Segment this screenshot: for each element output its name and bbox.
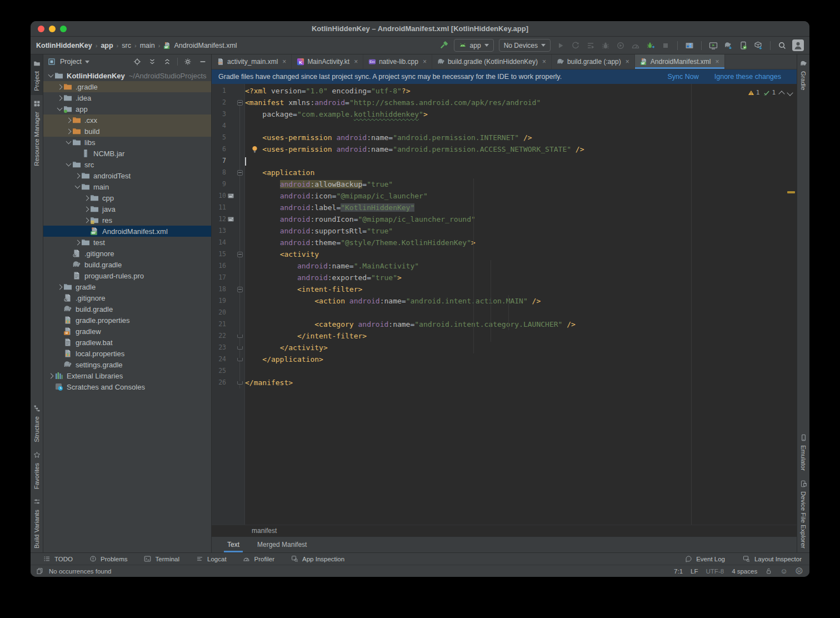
line-number[interactable]: 8 (212, 167, 226, 178)
editor-breadcrumb-item[interactable]: manifest (252, 527, 277, 535)
tool-window-button-event-log[interactable]: Event Log (683, 554, 725, 564)
tree-expand-arrow[interactable] (82, 196, 90, 200)
tree-item[interactable]: .gradle (43, 81, 211, 92)
fold-marker[interactable] (235, 346, 245, 350)
run-configuration-chooser[interactable]: app (454, 39, 494, 52)
tree-expand-arrow[interactable] (56, 285, 63, 289)
tree-expand-arrow[interactable] (47, 374, 54, 378)
tree-expand-arrow[interactable] (56, 85, 63, 89)
editor-tab[interactable]: </>activity_main.xml× (212, 54, 292, 69)
settings-icon[interactable] (183, 57, 193, 67)
line-number[interactable]: 23 (212, 342, 226, 353)
tree-item[interactable]: .gitignore (43, 292, 211, 303)
tree-item[interactable]: .idea (43, 92, 211, 103)
tool-window-button-problems[interactable]: Problems (88, 554, 128, 564)
tree-item[interactable]: java (43, 203, 211, 215)
gutter-image-icon[interactable] (226, 216, 235, 223)
tool-window-button-terminal[interactable]: Terminal (143, 554, 179, 564)
tree-item[interactable]: libs (43, 137, 211, 148)
breadcrumb-item[interactable]: main (140, 42, 155, 49)
next-highlight-icon[interactable] (787, 89, 793, 96)
fold-marker[interactable] (235, 287, 245, 292)
tool-strip-item-favorites[interactable]: Favorites (31, 446, 43, 493)
tree-item[interactable]: proguard-rules.pro (43, 270, 211, 281)
tree-item[interactable]: build.gradle (43, 303, 211, 315)
profile-app-icon[interactable] (616, 41, 626, 51)
tree-expand-arrow[interactable] (73, 186, 81, 188)
encoding-indicator[interactable]: UTF-8 (706, 568, 724, 575)
caret-position-indicator[interactable]: 7:1 (674, 568, 683, 575)
fold-marker[interactable] (235, 381, 245, 385)
tree-expand-arrow[interactable] (82, 207, 90, 211)
banner-action-ignore-these-changes[interactable]: Ignore these changes (714, 73, 781, 81)
tool-strip-item-project[interactable]: Project (31, 54, 43, 95)
line-number[interactable]: 13 (212, 225, 226, 237)
manifest-view-tab-merged-manifest[interactable]: Merged Manifest (251, 537, 313, 552)
line-number[interactable]: 9 (212, 178, 226, 190)
tree-expand-arrow[interactable] (64, 163, 72, 166)
tree-expand-arrow[interactable] (64, 129, 72, 133)
pair-devices-icon[interactable] (738, 41, 748, 51)
line-number[interactable]: 6 (212, 143, 226, 155)
tree-item[interactable]: res (43, 215, 211, 226)
tree-expand-arrow[interactable] (82, 218, 90, 222)
line-number[interactable]: 3 (212, 108, 226, 120)
zoom-window-button[interactable] (60, 26, 67, 32)
tree-item[interactable]: Hgradlew (43, 326, 211, 337)
close-tab-icon[interactable]: × (542, 58, 546, 66)
tool-strip-item-gradle[interactable]: Gradle (797, 54, 809, 94)
tree-item[interactable]: cpp (43, 192, 211, 203)
run-icon[interactable] (556, 41, 566, 51)
project-panel-title[interactable]: Project (60, 58, 82, 66)
tree-item[interactable]: local.properties (43, 348, 211, 359)
previous-highlight-icon[interactable] (778, 91, 784, 97)
editor-tab[interactable]: C++native-lib.cpp× (363, 54, 432, 69)
breadcrumb-file[interactable]: MFAndroidManifest.xml (163, 42, 237, 49)
sad-face-icon[interactable]: ☹ (795, 567, 803, 575)
tree-item[interactable]: androidTest (43, 170, 211, 181)
line-number[interactable]: 4 (212, 120, 226, 132)
device-chooser[interactable]: No Devices (499, 39, 551, 52)
tool-strip-item-emulator[interactable]: Emulator (797, 428, 809, 475)
tree-item[interactable]: src (43, 159, 211, 170)
tree-item[interactable]: .cxx (43, 114, 211, 126)
editor-tab[interactable]: build.gradle (KotlinHiddenKey)× (432, 54, 552, 69)
tree-item[interactable]: settings.gradle (43, 359, 211, 370)
close-window-button[interactable] (38, 26, 44, 32)
tree-expand-arrow[interactable] (64, 141, 72, 143)
tree-expand-arrow[interactable] (64, 118, 72, 122)
tool-window-button-layout-inspector[interactable]: Layout Inspector (742, 554, 802, 564)
gutter-image-icon[interactable] (226, 192, 235, 200)
tool-window-button-todo[interactable]: TODO (42, 554, 73, 564)
intention-bulb-icon[interactable] (251, 145, 259, 153)
close-tab-icon[interactable]: × (282, 58, 286, 66)
stop-icon[interactable] (661, 41, 671, 51)
sync-gradle-icon[interactable] (723, 41, 733, 51)
profile-avatar-icon[interactable] (792, 39, 804, 51)
line-number[interactable]: 18 (212, 283, 226, 295)
close-tab-icon[interactable]: × (716, 58, 719, 66)
tree-item[interactable]: gradle.properties (43, 315, 211, 326)
tree-item[interactable]: gradlew.bat (43, 337, 211, 348)
locate-file-icon[interactable] (132, 57, 142, 67)
project-view-chooser-caret[interactable] (85, 61, 89, 63)
tree-item[interactable]: NCMB.jar (43, 148, 211, 159)
line-number[interactable]: 2 (212, 97, 226, 108)
tree-item[interactable]: External Libraries (43, 370, 211, 381)
tree-item[interactable]: gradle (43, 281, 211, 292)
line-number[interactable]: 22 (212, 330, 226, 342)
restore-windows-icon[interactable] (36, 567, 43, 575)
tree-item[interactable]: app (43, 103, 211, 114)
unlock-icon[interactable] (765, 567, 772, 575)
tree-item[interactable]: main (43, 181, 211, 192)
close-tab-icon[interactable]: × (626, 58, 629, 66)
tool-strip-item-build-variants[interactable]: Build Variants (31, 493, 43, 552)
tree-item[interactable]: test (43, 237, 211, 248)
line-number[interactable]: 26 (212, 377, 226, 388)
tool-window-button-logcat[interactable]: Logcat (194, 554, 227, 564)
search-everywhere-icon[interactable] (777, 41, 787, 51)
tool-window-button-app-inspection[interactable]: App Inspection (289, 554, 344, 564)
close-tab-icon[interactable]: × (423, 58, 427, 66)
line-number[interactable]: 1 (212, 85, 226, 97)
line-number[interactable]: 21 (212, 318, 226, 330)
